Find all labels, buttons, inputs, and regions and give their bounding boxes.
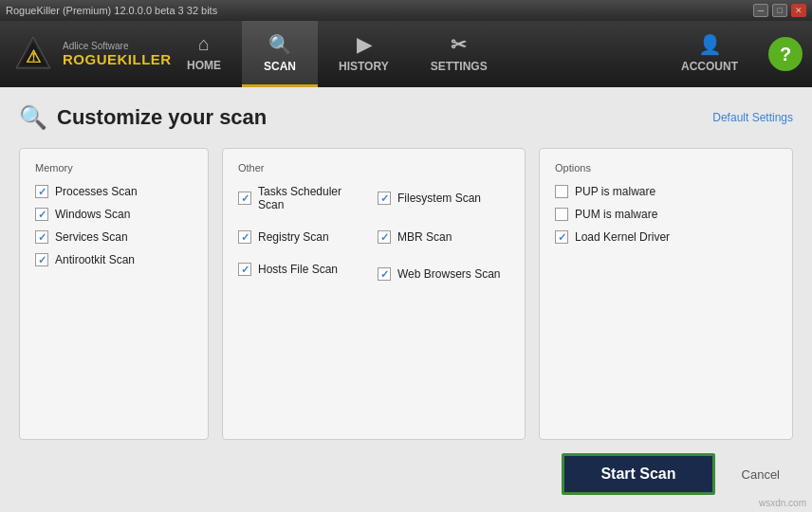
hosts-file-scan-item: Hosts File Scan: [238, 263, 370, 276]
tasks-scheduler-label: Tasks Scheduler Scan: [258, 185, 370, 211]
other-box-title: Other: [238, 162, 509, 174]
title-bar-text: RogueKiller (Premium) 12.0.0.0 beta 3 32…: [6, 5, 217, 16]
mbr-scan-checkbox[interactable]: [378, 230, 391, 244]
registry-scan-checkbox[interactable]: [238, 230, 251, 244]
antirootkit-scan-checkbox[interactable]: [35, 253, 48, 266]
nav-account-label: ACCOUNT: [681, 60, 738, 73]
nav-scan-label: SCAN: [264, 60, 296, 73]
page-title-wrap: 🔍 Customize your scan: [19, 104, 267, 131]
filesystem-scan-label: Filesystem Scan: [397, 192, 481, 205]
scan-boxes: Memory Processes Scan Windows Scan Servi…: [19, 148, 793, 440]
bottom-bar: Start Scan Cancel: [19, 453, 793, 495]
page-header: 🔍 Customize your scan Default Settings: [19, 104, 793, 131]
windows-scan-label: Windows Scan: [55, 208, 130, 221]
registry-scan-item: Registry Scan: [238, 230, 370, 244]
home-icon: ⌂: [198, 33, 210, 55]
brand: ⚠ Adlice Software ROGUEKILLER: [0, 21, 166, 87]
web-browsers-scan-checkbox[interactable]: [378, 267, 391, 281]
hosts-file-scan-label: Hosts File Scan: [258, 263, 338, 276]
page-title: Customize your scan: [57, 105, 267, 130]
tasks-scheduler-item: Tasks Scheduler Scan: [238, 185, 370, 211]
customize-scan-icon: 🔍: [19, 104, 47, 131]
web-browsers-scan-item: Web Browsers Scan: [378, 263, 509, 285]
web-browsers-scan-label: Web Browsers Scan: [397, 267, 501, 281]
load-kernel-driver-label: Load Kernel Driver: [575, 230, 670, 244]
nav-settings-label: SETTINGS: [431, 60, 488, 73]
close-button[interactable]: ✕: [791, 4, 806, 17]
brand-text: Adlice Software ROGUEKILLER: [63, 41, 172, 67]
registry-scan-label: Registry Scan: [258, 230, 329, 244]
other-grid: Tasks Scheduler Scan Filesystem Scan Reg…: [238, 185, 509, 285]
windows-scan-checkbox[interactable]: [35, 208, 48, 221]
brand-logo: ⚠: [13, 34, 53, 74]
svg-text:⚠: ⚠: [26, 47, 42, 66]
pum-malware-checkbox[interactable]: [555, 208, 568, 221]
memory-box-title: Memory: [35, 162, 193, 174]
nav-spacer: [508, 21, 660, 87]
title-bar: RogueKiller (Premium) 12.0.0.0 beta 3 32…: [0, 0, 812, 21]
mbr-scan-label: MBR Scan: [397, 230, 452, 244]
options-box: Options PUP is malware PUM is malware Lo…: [539, 148, 793, 440]
filesystem-scan-item: Filesystem Scan: [378, 185, 509, 211]
default-settings-link[interactable]: Default Settings: [712, 111, 793, 124]
adlice-label: Adlice Software: [63, 41, 172, 51]
nav-account[interactable]: 👤 ACCOUNT: [660, 21, 759, 87]
account-icon: 👤: [698, 33, 722, 56]
antirootkit-scan-item: Antirootkit Scan: [35, 253, 193, 266]
pum-malware-item: PUM is malware: [555, 208, 777, 221]
nav-history[interactable]: ▶ HISTORY: [318, 21, 410, 87]
watermark: wsxdn.com: [759, 498, 806, 508]
nav-settings[interactable]: ✂ SETTINGS: [410, 21, 508, 87]
antirootkit-scan-label: Antirootkit Scan: [55, 253, 135, 266]
main-content: 🔍 Customize your scan Default Settings M…: [0, 87, 812, 512]
services-scan-checkbox[interactable]: [35, 230, 48, 244]
load-kernel-driver-item: Load Kernel Driver: [555, 230, 777, 244]
processes-scan-item: Processes Scan: [35, 185, 193, 198]
navbar: ⚠ Adlice Software ROGUEKILLER ⌂ HOME 🔍 S…: [0, 21, 812, 87]
nav-items: ⌂ HOME 🔍 SCAN ▶ HISTORY ✂ SETTINGS 👤 ACC…: [166, 21, 759, 87]
other-box: Other Tasks Scheduler Scan Filesystem Sc…: [222, 148, 526, 440]
nav-home-label: HOME: [187, 59, 221, 72]
hosts-file-scan-checkbox[interactable]: [238, 263, 251, 276]
restore-button[interactable]: □: [772, 4, 787, 17]
processes-scan-checkbox[interactable]: [35, 185, 48, 198]
pup-malware-item: PUP is malware: [555, 185, 777, 198]
services-scan-item: Services Scan: [35, 230, 193, 244]
scan-icon: 🔍: [268, 33, 292, 56]
help-button[interactable]: ?: [768, 37, 803, 71]
mbr-scan-item: MBR Scan: [378, 230, 509, 244]
settings-icon: ✂: [451, 33, 467, 56]
minimize-button[interactable]: ─: [753, 4, 768, 17]
history-icon: ▶: [357, 33, 371, 56]
nav-scan[interactable]: 🔍 SCAN: [242, 21, 318, 87]
roguekiller-label: ROGUEKILLER: [63, 51, 172, 67]
memory-box: Memory Processes Scan Windows Scan Servi…: [19, 148, 209, 440]
tasks-scheduler-checkbox[interactable]: [238, 192, 251, 205]
start-scan-button[interactable]: Start Scan: [562, 453, 714, 495]
filesystem-scan-checkbox[interactable]: [378, 192, 391, 205]
load-kernel-driver-checkbox[interactable]: [555, 230, 568, 244]
title-bar-controls: ─ □ ✕: [753, 4, 806, 17]
pum-malware-label: PUM is malware: [575, 208, 657, 221]
windows-scan-item: Windows Scan: [35, 208, 193, 221]
pup-malware-checkbox[interactable]: [555, 185, 568, 198]
options-box-title: Options: [555, 162, 777, 174]
pup-malware-label: PUP is malware: [575, 185, 655, 198]
nav-home[interactable]: ⌂ HOME: [166, 21, 242, 87]
nav-history-label: HISTORY: [339, 60, 389, 73]
processes-scan-label: Processes Scan: [55, 185, 138, 198]
services-scan-label: Services Scan: [55, 230, 128, 244]
cancel-button[interactable]: Cancel: [729, 458, 793, 491]
